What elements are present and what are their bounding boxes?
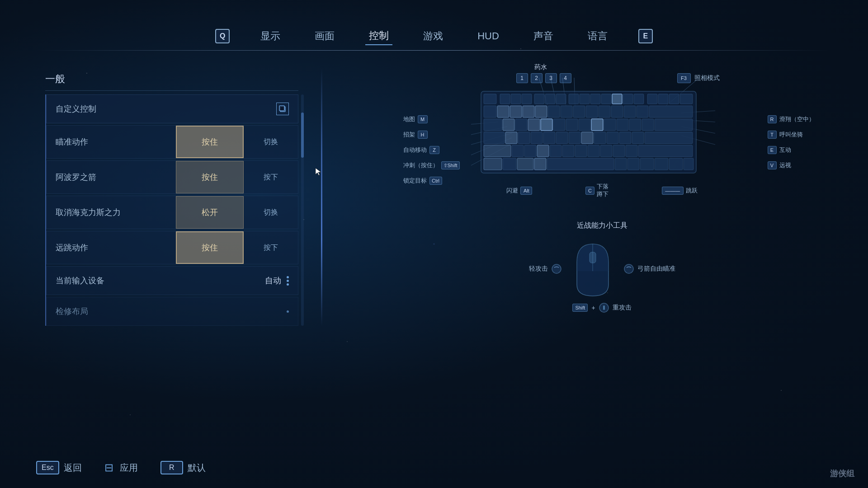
svg-rect-86 — [626, 145, 637, 157]
keyboard-body: 地图 M 招架 H 自动移动 Z 冲刺（按住） — [480, 90, 724, 176]
prev-key-badge[interactable]: Q — [215, 29, 230, 43]
svg-rect-34 — [680, 94, 693, 104]
setting-btn-1[interactable]: 按住 — [176, 161, 244, 193]
map-label: 地图 M — [403, 115, 460, 123]
f3-key: F3 — [677, 73, 691, 83]
mouse-section: 近战能力小工具 轻攻击 — [480, 221, 724, 313]
photo-mode-label: F3 照相模式 — [677, 73, 720, 83]
plus-sign: + — [591, 304, 595, 311]
apply-button[interactable]: ⊟ 应用 — [104, 461, 138, 474]
next-key-badge[interactable]: E — [638, 29, 653, 43]
mount-text: 呼叫坐骑 — [779, 131, 803, 139]
setting-type-2[interactable]: 切换 — [244, 196, 298, 229]
potion-key-2: 2 — [531, 73, 542, 83]
sprint-key: ⇧Shift — [441, 161, 460, 169]
device-row[interactable]: 当前输入设备 自动 — [46, 266, 298, 295]
setting-btn-0[interactable]: 按住 — [176, 126, 244, 158]
right-click-icon — [624, 264, 634, 274]
svg-rect-77 — [512, 145, 524, 157]
apply-icon: ⊟ — [104, 461, 113, 474]
svg-rect-45 — [611, 106, 623, 117]
r-key-badge: R — [160, 461, 183, 474]
svg-rect-29 — [623, 94, 633, 104]
svg-rect-65 — [518, 132, 530, 144]
svg-rect-55 — [566, 119, 578, 131]
svg-rect-94 — [627, 158, 639, 170]
svg-rect-41 — [561, 106, 572, 117]
apply-label: 应用 — [120, 462, 138, 474]
svg-rect-35 — [484, 106, 496, 117]
sprint-label: 冲刺（按住） ⇧Shift — [403, 161, 460, 169]
parry-key: H — [418, 131, 428, 139]
svg-rect-73 — [619, 132, 631, 144]
automove-label: 自动移动 Z — [403, 146, 460, 154]
tab-screen[interactable]: 画面 — [311, 28, 338, 45]
svg-rect-98 — [684, 158, 693, 170]
mount-label: T 呼叫坐骑 — [768, 131, 815, 139]
bottom-bar: Esc 返回 ⊟ 应用 R 默认 — [36, 461, 206, 474]
svg-rect-43 — [586, 106, 598, 117]
tab-language[interactable]: 语言 — [584, 28, 611, 45]
c-key: C — [585, 187, 594, 195]
potion-key-4: 4 — [560, 73, 571, 83]
svg-rect-33 — [669, 94, 679, 104]
scrollbar-thumb[interactable] — [301, 113, 304, 158]
setting-type-1[interactable]: 按下 — [244, 161, 298, 193]
setting-btn-3[interactable]: 按住 — [176, 231, 244, 264]
svg-rect-24 — [569, 94, 579, 104]
svg-rect-27 — [601, 94, 611, 104]
automove-key: Z — [429, 146, 439, 154]
space-key: ——— — [662, 187, 684, 195]
svg-rect-48 — [649, 106, 693, 117]
glide-text: 滑翔（空中） — [779, 115, 815, 123]
svg-rect-79 — [537, 145, 549, 157]
custom-control-row[interactable]: 自定义控制 — [46, 94, 298, 123]
bottom-keyboard-labels: 闪避 Alt C 下落 蹲下 ——— 跳跃 — [480, 183, 724, 198]
copy-icon[interactable] — [276, 103, 289, 115]
device-value: 自动 — [265, 275, 281, 286]
svg-rect-96 — [655, 158, 668, 170]
scope-label: V 远视 — [768, 161, 815, 169]
tab-sound[interactable]: 声音 — [530, 28, 557, 45]
setting-row-2: 取消海克力斯之力 松开 切换 — [46, 196, 298, 229]
dropdown-icon[interactable] — [287, 276, 289, 286]
panel-divider — [321, 68, 322, 326]
svg-rect-40 — [548, 106, 560, 117]
setting-row-3: 远跳动作 按住 按下 — [46, 231, 298, 264]
tab-hud[interactable]: HUD — [474, 28, 503, 44]
tab-control[interactable]: 控制 — [365, 27, 392, 45]
partial-dots-icon[interactable] — [287, 310, 289, 313]
setting-row-0: 瞄准动作 按住 切换 — [46, 125, 298, 159]
scrollbar[interactable] — [301, 94, 304, 326]
svg-rect-57 — [591, 119, 603, 131]
automove-text: 自动移动 — [403, 146, 427, 154]
svg-rect-17 — [484, 94, 496, 104]
right-keyboard-labels: R 滑翔（空中） T 呼叫坐骑 E 互动 V 远 — [768, 115, 815, 169]
svg-rect-47 — [637, 106, 648, 117]
top-navigation: Q 显示 画面 控制 游戏 HUD 声音 语言 E — [0, 0, 868, 45]
reset-button[interactable]: R 默认 — [160, 461, 206, 474]
back-button[interactable]: Esc 返回 — [36, 461, 82, 474]
tab-game[interactable]: 游戏 — [420, 28, 447, 45]
svg-rect-74 — [632, 132, 644, 144]
setting-name-1: 阿波罗之箭 — [47, 172, 176, 183]
mouse-section-title: 近战能力小工具 — [480, 221, 724, 230]
svg-rect-38 — [523, 106, 534, 117]
svg-rect-63 — [484, 132, 505, 144]
svg-point-99 — [552, 264, 561, 273]
svg-rect-91 — [534, 158, 546, 170]
svg-rect-39 — [535, 106, 547, 117]
svg-rect-22 — [545, 94, 555, 104]
setting-btn-2[interactable]: 松开 — [176, 196, 244, 229]
arrow-aim-text: 弓箭自由瞄准 — [637, 265, 675, 273]
partial-row: 检修布局 — [46, 297, 298, 326]
svg-rect-83 — [588, 145, 599, 157]
tab-display[interactable]: 显示 — [257, 28, 284, 45]
keyboard-diagram: 药水 1 2 3 4 F3 照相模式 — [444, 68, 724, 313]
svg-rect-68 — [556, 132, 568, 144]
setting-type-0[interactable]: 切换 — [244, 126, 298, 158]
setting-type-3[interactable]: 按下 — [244, 231, 298, 264]
sprint-text: 冲刺（按住） — [403, 161, 439, 169]
svg-rect-95 — [640, 158, 654, 170]
device-label: 当前输入设备 — [56, 275, 104, 286]
